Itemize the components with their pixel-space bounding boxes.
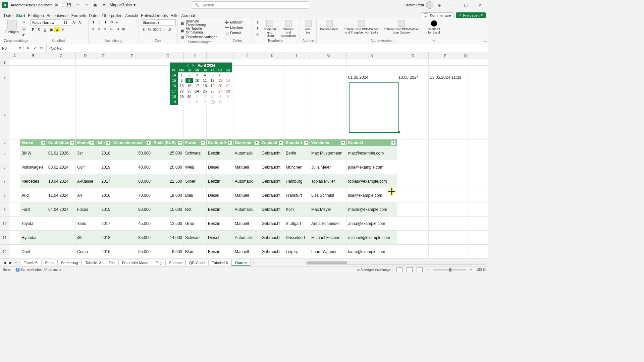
col-header[interactable]: J [233, 52, 260, 59]
cell[interactable] [47, 66, 76, 89]
filter-icon[interactable]: ▾ [147, 141, 151, 145]
user-account[interactable]: Stefan Petri [405, 1, 433, 9]
cal-day[interactable]: 11 [201, 78, 209, 83]
cell[interactable]: 22.500 [152, 174, 184, 188]
chatgpt-button[interactable]: ChatGPT for Excel [425, 19, 443, 35]
cal-day[interactable]: 5 [224, 94, 232, 99]
cell[interactable] [9, 202, 20, 216]
diamond-icon[interactable]: ◈ [436, 2, 442, 8]
close-button[interactable]: ✕ [474, 0, 486, 10]
cell[interactable]: Manuell [233, 188, 260, 202]
cell[interactable] [310, 59, 347, 65]
dec-dec-icon[interactable]: ←.0 [165, 27, 170, 32]
formula-input[interactable]: =O2-N2 [47, 46, 488, 50]
cell[interactable] [9, 146, 20, 160]
date-picker[interactable]: <>April 2024 W.MoDiMiDoFrSaSo 1412345671… [170, 62, 232, 105]
col-header[interactable]: H [184, 52, 207, 59]
cell[interactable] [429, 174, 462, 188]
cal-day[interactable]: 3 [193, 72, 201, 78]
brush-icon[interactable]: 🖌 [21, 32, 26, 37]
cell[interactable]: Blau [184, 188, 207, 202]
col-header[interactable]: G [152, 52, 184, 59]
zoom-in-icon[interactable]: + [470, 268, 472, 272]
sheet-tab[interactable]: Sortierung [57, 260, 82, 265]
col-header[interactable]: O [397, 52, 429, 59]
cell[interactable]: Manuell [233, 160, 260, 174]
underline-icon[interactable]: U [42, 27, 48, 32]
bold-icon[interactable]: F [30, 27, 36, 32]
col-header[interactable]: Q [462, 52, 469, 59]
cell[interactable]: Kilometerstand▾ [112, 139, 152, 146]
col-header[interactable]: A [9, 52, 20, 59]
col-header[interactable]: K [260, 52, 284, 59]
cell[interactable]: Benzin [207, 146, 233, 160]
row-header[interactable]: 5 [0, 146, 9, 160]
cell[interactable] [233, 59, 260, 65]
cell[interactable]: Standort▾ [284, 139, 310, 146]
minimize-button[interactable]: — [445, 0, 457, 10]
display-settings-button[interactable]: ▭ Anzeigeeinstellungen [357, 268, 392, 272]
filter-icon[interactable]: ▾ [341, 141, 345, 145]
cell[interactable]: lisa@example.com [347, 188, 397, 202]
cell[interactable]: Max Meyer [310, 202, 347, 216]
cell[interactable] [429, 146, 462, 160]
cal-day[interactable]: 7 [185, 99, 193, 105]
cal-day[interactable]: 20 [216, 83, 224, 88]
font-color-icon[interactable]: A [60, 27, 66, 32]
cal-day[interactable]: 🕐 [209, 99, 216, 105]
comments-button[interactable]: 💬 Kommentare [421, 12, 454, 18]
cell[interactable] [47, 245, 76, 258]
cell[interactable] [95, 59, 112, 65]
cell[interactable]: Getriebe▾ [233, 139, 260, 146]
cell[interactable] [233, 66, 260, 89]
italic-icon[interactable]: K [36, 27, 42, 32]
cell[interactable]: 11.04.2024 [47, 188, 76, 202]
cell[interactable] [462, 188, 469, 202]
cell[interactable]: max@example.com [347, 146, 397, 160]
cal-day[interactable]: 27 [216, 88, 224, 94]
cal-day[interactable]: 9 [185, 78, 193, 83]
col-header[interactable]: L [284, 52, 310, 59]
cal-day[interactable]: 18 [201, 83, 209, 88]
cell[interactable]: 2015 [95, 202, 112, 216]
cell[interactable]: 45.000 [112, 217, 152, 230]
cell[interactable]: 12.500 [152, 217, 184, 230]
cal-day[interactable]: 15 [178, 83, 185, 88]
cell[interactable]: Silber [184, 174, 207, 188]
sum-icon[interactable]: Σ [255, 19, 260, 25]
cell[interactable] [462, 146, 469, 160]
enter-icon[interactable]: ✓ [32, 46, 38, 51]
cell[interactable] [9, 59, 20, 65]
filter-icon[interactable]: ▾ [304, 141, 308, 145]
autosave-toggle[interactable] [55, 3, 63, 7]
filter-icon[interactable]: ▾ [255, 141, 259, 145]
cal-day[interactable]: 14 [170, 72, 178, 78]
align-top-icon[interactable]: ⬆ [91, 19, 96, 25]
cell[interactable] [76, 89, 95, 139]
redo-icon[interactable]: ↷ [84, 2, 90, 8]
view-normal-icon[interactable] [396, 267, 402, 272]
cell[interactable]: 55.000 [112, 245, 152, 258]
cell[interactable] [112, 59, 152, 65]
cell[interactable] [397, 231, 429, 244]
cell[interactable]: Benzin [207, 202, 233, 216]
pdf-outlook-button[interactable]: Erstellen von PDF-Dateien über Outlook [382, 19, 421, 35]
cell[interactable]: Julia Meier [310, 160, 347, 174]
cell[interactable] [284, 66, 310, 89]
dropdown-icon[interactable]: ▾ [101, 2, 107, 8]
cell[interactable] [397, 146, 429, 160]
cell[interactable]: A-Klasse [76, 174, 95, 188]
cell[interactable] [462, 59, 469, 65]
cell[interactable]: 14.000 [152, 231, 184, 244]
cell[interactable] [397, 89, 429, 139]
cell[interactable] [429, 245, 462, 258]
comma-icon[interactable]: 000 [153, 27, 158, 32]
cal-day[interactable]: 1 [193, 94, 201, 99]
cell[interactable]: Anna Schneider [310, 217, 347, 230]
cell-styles-button[interactable]: ▦Zellenformatvorlagen [180, 34, 217, 40]
cell[interactable] [9, 174, 20, 188]
cell[interactable]: 2018 [95, 146, 112, 160]
cell[interactable]: Grau [184, 217, 207, 230]
cell[interactable]: Diesel [207, 160, 233, 174]
cell[interactable] [462, 231, 469, 244]
